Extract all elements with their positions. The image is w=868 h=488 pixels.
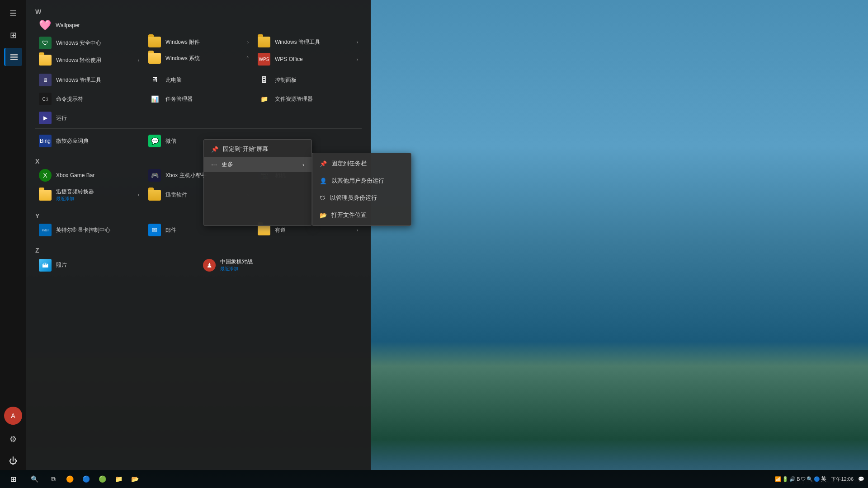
app-windows-security[interactable]: 🛡 Windows 安全中心 bbox=[35, 34, 143, 52]
run-as-admin-label: 以管理员身份运行 bbox=[330, 194, 377, 202]
submenu-pin-taskbar[interactable]: 📌 固定到任务栏 bbox=[312, 155, 411, 172]
section-x: X bbox=[35, 154, 39, 167]
tray-app2: 🛡 bbox=[801, 476, 806, 482]
more-label: 更多 bbox=[222, 160, 233, 169]
task-manager-icon: 📊 bbox=[148, 93, 161, 105]
intel-icon: intel bbox=[39, 224, 52, 236]
taskbar-app3[interactable]: 🟢 bbox=[95, 470, 109, 488]
chevron-tools: › bbox=[357, 40, 358, 45]
cmd-icon: C:\ bbox=[39, 93, 52, 105]
windows-system-icon bbox=[148, 53, 161, 64]
wallpaper-icon: 🩷 bbox=[39, 19, 51, 31]
app-windows-tools[interactable]: Windows 管理工具 › bbox=[254, 34, 362, 50]
photos-icon: 🏔 bbox=[39, 259, 52, 272]
taskbar-system-tray: 📶 🔋 🔊 B 🛡 🔍 🔵 英 下午12:06 💬 bbox=[775, 475, 868, 483]
app-run[interactable]: ▶ 运行 bbox=[35, 109, 143, 127]
taskbar-app2[interactable]: 🔵 bbox=[79, 470, 93, 488]
this-pc-icon: 🖥 bbox=[148, 74, 161, 86]
run-as-admin-icon: 🛡 bbox=[320, 195, 326, 202]
xunlei-icon bbox=[148, 190, 161, 201]
svg-rect-2 bbox=[10, 57, 18, 58]
photos-label: 照片 bbox=[56, 261, 67, 269]
app-this-pc[interactable]: 🖥 此电脑 bbox=[145, 71, 252, 89]
control-panel-icon: 🎛 bbox=[258, 74, 270, 86]
file-explorer-icon: 📁 bbox=[258, 93, 270, 105]
app-windows-easy[interactable]: Windows 轻松使用 › bbox=[35, 52, 143, 68]
more-icon: ⋯ bbox=[211, 161, 217, 168]
context-menu: 📌 固定到"开始"屏幕 ⋯ 更多 › bbox=[203, 139, 312, 226]
pin-start-icon: 📌 bbox=[211, 146, 218, 153]
tools-icon bbox=[258, 37, 270, 47]
pin-start-label: 固定到"开始"屏幕 bbox=[223, 145, 268, 153]
context-more[interactable]: ⋯ 更多 › bbox=[204, 157, 311, 172]
wps-label: WPS Office bbox=[275, 56, 303, 62]
sidebar-home[interactable]: ⊞ bbox=[4, 26, 22, 44]
wallpaper-label: Wallpaper bbox=[56, 22, 80, 28]
dict-icon: Bing bbox=[39, 135, 52, 147]
app-kuaijie[interactable]: 迅捷音频转换器 最近添加 › bbox=[35, 186, 143, 204]
run-label: 运行 bbox=[56, 114, 67, 122]
app-windows-system[interactable]: Windows 系统 ^ bbox=[145, 51, 252, 66]
app-photos[interactable]: 🏔 照片 bbox=[35, 256, 198, 274]
run-as-user-icon: 👤 bbox=[320, 178, 327, 184]
taskbar-start-button[interactable]: ⊞ bbox=[0, 470, 26, 488]
svg-rect-3 bbox=[10, 59, 18, 60]
windows-easy-icon bbox=[39, 55, 52, 66]
app-xbox-game-bar[interactable]: X Xbox Game Bar bbox=[35, 167, 143, 184]
cmd-label: 命令提示符 bbox=[56, 95, 83, 103]
start-menu: ☰ ⊞ A ⚙ ⏻ W 🩷 Wallpaper 🛡 bbox=[0, 0, 371, 470]
intel-gpu-label: 英特尔® 显卡控制中心 bbox=[56, 226, 110, 234]
taskbar-clock[interactable]: 下午12:06 bbox=[827, 476, 857, 483]
submenu-open-location[interactable]: 📂 打开文件位置 bbox=[312, 206, 411, 224]
taskbar-task-view[interactable]: ⧉ bbox=[46, 470, 61, 488]
youdao-label: 有道 bbox=[275, 226, 286, 234]
taskbar-app5[interactable]: 📂 bbox=[127, 470, 142, 488]
app-control-panel[interactable]: 🎛 控制面板 bbox=[254, 71, 362, 89]
windows-accessories-label: Windows 附件 bbox=[165, 38, 200, 46]
weixin-icon: 💬 bbox=[148, 135, 161, 147]
start-menu-content: W 🩷 Wallpaper 🛡 Windows 安全中心 Windows 轻松使… bbox=[26, 0, 371, 470]
start-menu-sidebar: ☰ ⊞ A ⚙ ⏻ bbox=[0, 0, 26, 470]
wps-icon: WPS bbox=[258, 53, 270, 66]
app-file-explorer[interactable]: 📁 文件资源管理器 bbox=[254, 90, 362, 108]
submenu: 📌 固定到任务栏 👤 以其他用户身份运行 🛡 以管理员身份运行 📂 打开文件位置 bbox=[312, 153, 411, 226]
app-cmd[interactable]: C:\ 命令提示符 bbox=[35, 90, 143, 108]
submenu-run-as-admin[interactable]: 🛡 以管理员身份运行 bbox=[312, 189, 411, 206]
pin-taskbar-icon: 📌 bbox=[320, 160, 327, 167]
chevron-acc: › bbox=[247, 40, 249, 45]
section-z: Z bbox=[35, 243, 39, 256]
sidebar-settings[interactable]: ⚙ bbox=[4, 430, 22, 448]
control-panel-label: 控制面板 bbox=[275, 76, 297, 84]
tray-app1: B bbox=[797, 476, 800, 482]
notification-icon[interactable]: 💬 bbox=[858, 476, 864, 482]
app-wallpaper[interactable]: 🩷 Wallpaper bbox=[35, 17, 362, 33]
sidebar-avatar[interactable]: A bbox=[4, 407, 22, 425]
mail-icon: ✉ bbox=[148, 224, 161, 236]
app-task-manager[interactable]: 📊 任务管理器 bbox=[145, 90, 252, 108]
taskbar-time-display: 下午12:06 bbox=[831, 476, 854, 483]
xbox-label: Xbox Game Bar bbox=[56, 172, 94, 178]
more-arrow-icon: › bbox=[302, 161, 304, 168]
sidebar-power[interactable]: ⏻ bbox=[4, 452, 22, 470]
dict-label: 微软必应词典 bbox=[56, 137, 89, 145]
sidebar-apps-list[interactable] bbox=[4, 48, 22, 66]
context-pin-start[interactable]: 📌 固定到"开始"屏幕 bbox=[204, 141, 311, 157]
taskbar-search-button[interactable]: 🔍 bbox=[26, 470, 42, 488]
sidebar-hamburger[interactable]: ☰ bbox=[4, 5, 22, 23]
weixin-label: 微信 bbox=[165, 137, 176, 145]
lang-indicator[interactable]: 英 bbox=[821, 475, 826, 483]
app-wps[interactable]: WPS WPS Office › bbox=[254, 51, 362, 68]
chess-new-label: 最近添加 bbox=[220, 266, 253, 272]
app-win-tools-item[interactable]: 🖥 Windows 管理工具 bbox=[35, 71, 143, 89]
taskbar-app4[interactable]: 📁 bbox=[111, 470, 126, 488]
chevron-sys: ^ bbox=[246, 56, 249, 61]
app-chess[interactable]: ♟ 中国象棋对战 最近添加 bbox=[199, 256, 362, 274]
chevron-easy: › bbox=[138, 58, 139, 63]
submenu-run-as-user[interactable]: 👤 以其他用户身份运行 bbox=[312, 172, 411, 189]
app-dict[interactable]: Bing 微软必应词典 bbox=[35, 132, 143, 150]
app-intel-gpu[interactable]: intel 英特尔® 显卡控制中心 bbox=[35, 221, 143, 239]
chevron-youdao: › bbox=[357, 228, 358, 233]
accessories-icon bbox=[148, 37, 161, 47]
app-windows-accessories[interactable]: Windows 附件 › bbox=[145, 34, 252, 50]
taskbar-app1[interactable]: 🟠 bbox=[62, 470, 77, 488]
